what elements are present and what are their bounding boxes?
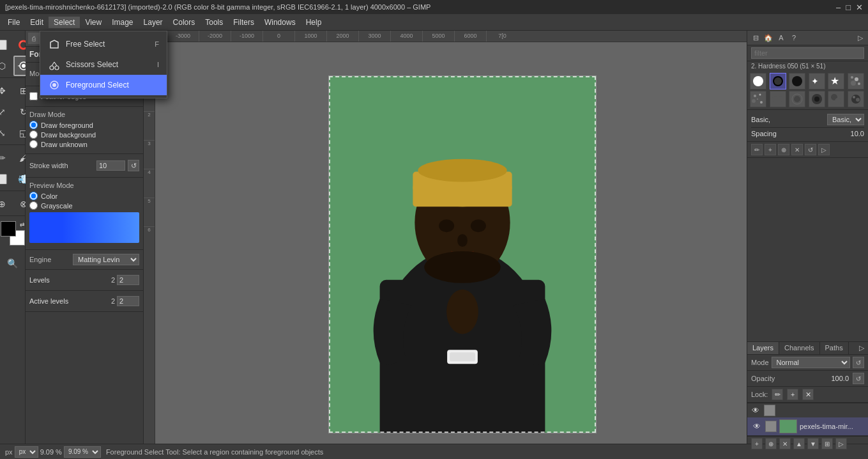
svg-point-15 (446, 290, 478, 334)
brush-refresh-icon[interactable]: ↺ (805, 144, 816, 155)
scale-tool[interactable]: ⤡ (0, 123, 12, 143)
dropdown-scissors-select[interactable]: Scissors Select I (40, 54, 167, 75)
active-levels-section: Active levels 2 (26, 291, 143, 312)
eraser-tool[interactable]: ⬜ (0, 169, 12, 189)
brush-cell-4[interactable]: ✦ (809, 73, 825, 89)
brush-preset-select[interactable]: Basic, (827, 114, 864, 125)
move-tool[interactable]: ✥ (0, 81, 12, 101)
brush-menu-icon[interactable]: ▷ (818, 144, 830, 155)
tab-paths[interactable]: Paths (820, 342, 849, 354)
swap-colors-icon[interactable]: ⇄ (20, 221, 25, 228)
brush-cell-5[interactable]: ★ (828, 73, 844, 89)
lock-move-icon[interactable]: + (787, 389, 798, 400)
rp-icon-1[interactable]: ⊟ (750, 32, 761, 43)
crop-tool[interactable]: ⤢ (0, 102, 12, 122)
layer-0-visibility[interactable]: 👁 (751, 421, 763, 432)
levels-input[interactable] (117, 275, 139, 285)
menu-tools[interactable]: Tools (200, 17, 228, 28)
tab-channels[interactable]: Channels (779, 342, 819, 354)
basic-label-row: Basic, Basic, (751, 114, 864, 125)
layers-panel-expand[interactable]: ▷ (855, 342, 868, 354)
minimize-button[interactable]: – (836, 3, 841, 12)
menu-layer[interactable]: Layer (139, 17, 168, 28)
foreground-color[interactable] (1, 221, 16, 237)
ruler-left-4: 4 (144, 169, 155, 198)
brush-cell-3[interactable] (789, 73, 805, 89)
color-selector[interactable]: ⇄ (1, 221, 25, 245)
layer-mask-icon[interactable] (764, 405, 775, 416)
brush-cell-1[interactable] (750, 73, 766, 89)
tab-layers[interactable]: Layers (747, 342, 779, 354)
brush-cell-12[interactable] (848, 91, 864, 107)
preview-color-radio[interactable] (29, 192, 38, 200)
rp-icon-2[interactable]: 🏠 (763, 32, 774, 43)
dropdown-free-select[interactable]: Free Select F (40, 34, 167, 54)
brush-filter-input[interactable] (751, 47, 864, 59)
brush-cell-6[interactable] (848, 73, 864, 89)
free-select-tool[interactable]: ⬡ (0, 56, 12, 76)
stroke-width-reset[interactable]: ↺ (128, 160, 139, 171)
menu-edit[interactable]: Edit (25, 17, 49, 28)
maximize-button[interactable]: □ (846, 3, 851, 12)
draw-fg-radio[interactable] (29, 121, 38, 129)
feather-edges-checkbox[interactable] (29, 92, 38, 100)
zoom-select[interactable]: 9.09 % (64, 446, 101, 458)
stroke-width-input[interactable] (96, 160, 125, 171)
lock-alpha-icon[interactable]: ✕ (802, 389, 814, 400)
menu-select[interactable]: Select (49, 17, 80, 28)
brush-delete-icon[interactable]: ✕ (791, 144, 803, 155)
active-levels-input[interactable] (117, 296, 139, 306)
menu-filters[interactable]: Filters (228, 17, 259, 28)
canvas-area: -3000 -2000 -1000 0 1000 2000 3000 4000 … (144, 31, 747, 444)
svg-point-51 (52, 83, 56, 87)
svg-point-47 (55, 66, 59, 70)
brush-cell-7[interactable] (750, 91, 766, 107)
layers-mode-reset[interactable]: ↺ (853, 357, 864, 368)
close-button[interactable]: ✕ (856, 3, 863, 12)
layer-0-mask[interactable] (765, 421, 777, 432)
free-select-icon (48, 38, 61, 51)
svg-point-27 (855, 77, 858, 81)
unit-select[interactable]: px (15, 446, 38, 458)
menu-windows[interactable]: Windows (259, 17, 301, 28)
lock-paint-icon[interactable]: ✏ (772, 389, 783, 400)
layer-eye-1[interactable]: 👁 (750, 405, 761, 416)
rp-icon-3[interactable]: A (775, 32, 787, 43)
brush-cell-10[interactable] (809, 91, 825, 107)
pencil-tool[interactable]: ✏ (0, 148, 12, 168)
brush-edit-icon[interactable]: ✏ (751, 144, 763, 155)
dropdown-fg-select[interactable]: Foreground Select (40, 75, 167, 95)
brush-cell-2[interactable] (770, 73, 786, 89)
preview-gray-radio[interactable] (29, 201, 38, 210)
draw-bg-radio[interactable] (29, 130, 38, 139)
engine-select[interactable]: Matting Levin Matting Global (73, 254, 139, 265)
engine-section: Engine Matting Levin Matting Global (26, 250, 143, 270)
clone-tool[interactable]: ⊕ (0, 194, 12, 214)
image-canvas[interactable] (328, 75, 597, 433)
rp-icon-4[interactable]: ? (788, 32, 800, 43)
right-panel-collapse[interactable]: ▷ (855, 34, 865, 42)
ruler-top: -3000 -2000 -1000 0 1000 2000 3000 4000 … (144, 31, 747, 42)
brush-cell-9[interactable] (789, 91, 805, 107)
brush-new-icon[interactable]: + (765, 144, 776, 155)
menu-colors[interactable]: Colors (168, 17, 201, 28)
brush-cell-11[interactable] (828, 91, 844, 107)
canvas-content[interactable] (167, 54, 747, 444)
rect-select-tool[interactable]: ⬜ (0, 35, 12, 55)
menu-view[interactable]: View (80, 17, 107, 28)
layers-mode-select[interactable]: Normal (772, 357, 850, 368)
select-dropdown-menu: Free Select F Scissors Select I Foregrou… (40, 31, 167, 98)
menu-image[interactable]: Image (107, 17, 138, 28)
tool-options-icon-1[interactable]: ⎙ (28, 33, 40, 44)
brush-copy-icon[interactable]: ⊕ (778, 144, 789, 155)
spacing-label: Spacing (751, 130, 777, 137)
brush-cell-8[interactable] (770, 91, 786, 107)
layer-item-0[interactable]: 👁 pexels-tima-mir... (747, 417, 868, 436)
opacity-reset[interactable]: ↺ (853, 373, 864, 384)
menu-file[interactable]: File (3, 17, 25, 28)
menu-help[interactable]: Help (301, 17, 327, 28)
draw-mode-section: Draw Mode Draw foreground Draw backgroun… (26, 107, 143, 154)
zoom-tool[interactable]: 🔍 (3, 253, 23, 274)
draw-unk-radio[interactable] (29, 140, 38, 148)
svg-point-31 (759, 94, 761, 96)
